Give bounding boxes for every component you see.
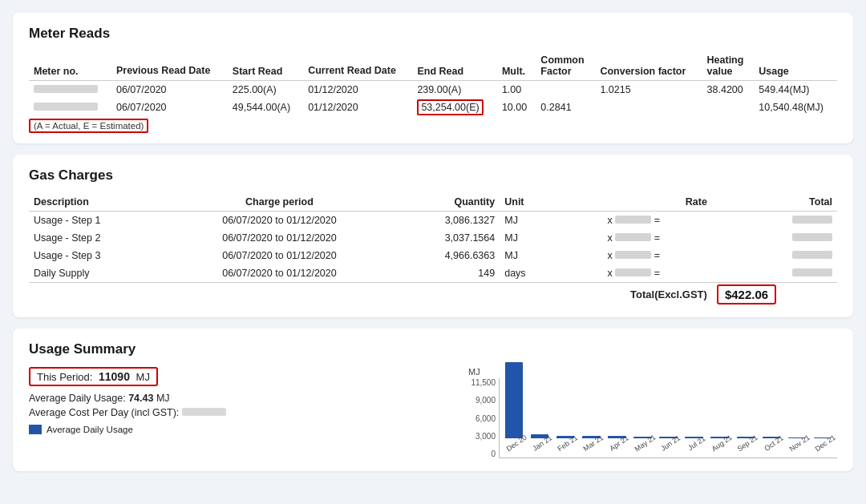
this-period-box: This Period: 11090 MJ: [29, 367, 158, 386]
total-label: Total(Excl.GST): [556, 283, 712, 305]
bar-col-9: Sep 21: [733, 437, 759, 458]
conv-factor-2: [595, 99, 702, 116]
gc-desc-1: Usage - Step 2: [29, 229, 168, 247]
meter-no-2: [29, 99, 111, 116]
avg-daily-value: 74.43: [128, 393, 153, 404]
avg-cost-row: Average Cost Per Day (incl GST):: [29, 407, 444, 418]
bar-col-12: Dec 21: [810, 437, 836, 458]
col-current-read-date: Current Read Date: [303, 51, 412, 81]
chart-container: Dec 20Jan 21Feb 21Mar 21Apr 21May 21Jun …: [499, 378, 837, 458]
total-value: $422.06: [717, 284, 776, 304]
gc-row-0: Usage - Step 1 06/07/2020 to 01/12/2020 …: [29, 212, 837, 230]
bar-col-11: Nov 21: [784, 437, 810, 458]
col-conversion-factor: Conversion factor: [595, 51, 702, 81]
usage-summary-row: This Period: 11090 MJ Average Daily Usag…: [29, 367, 837, 458]
gc-qty-1: 3,037.1564: [391, 229, 500, 247]
bar-col-1: Jan 21: [527, 434, 552, 458]
meter-reads-table: Meter no. Previous Read Date Start Read …: [29, 51, 837, 116]
gc-rate-1: x =: [556, 229, 712, 247]
bar-0: [505, 362, 523, 438]
gc-unit-3: days: [500, 264, 556, 283]
gas-charges-card: Gas Charges Description Charge period Qu…: [13, 155, 853, 317]
end-read-2: 53,254.00(E): [412, 99, 497, 116]
gc-col-total: Total: [712, 193, 837, 212]
y-label: 6,000: [468, 414, 496, 423]
this-period-unit: MJ: [136, 371, 150, 383]
gc-col-unit: Unit: [500, 193, 556, 212]
gc-row-2: Usage - Step 3 06/07/2020 to 01/12/2020 …: [29, 247, 837, 264]
col-prev-read-date: Previous Read Date: [111, 51, 228, 81]
gas-charges-title: Gas Charges: [29, 167, 837, 183]
gc-unit-2: MJ: [500, 247, 556, 264]
y-label: 9,000: [468, 396, 496, 405]
gc-col-charge-period: Charge period: [168, 193, 392, 212]
usage-chart-panel: MJ 11,5009,0006,0003,0000 Dec 20Jan 21Fe…: [468, 367, 837, 458]
start-read-2: 49,544.00(A): [228, 99, 303, 116]
gc-total-0: [712, 212, 837, 230]
bar-col-0: Dec 20: [501, 362, 527, 458]
gc-qty-3: 149: [391, 264, 500, 283]
gc-row-3: Daily Supply 06/07/2020 to 01/12/2020 14…: [29, 264, 837, 283]
gc-desc-3: Daily Supply: [29, 264, 168, 283]
gc-rate-2: x =: [556, 247, 712, 264]
heating-value-1: 38.4200: [702, 81, 755, 99]
gc-col-description: Description: [29, 193, 168, 212]
gc-unit-0: MJ: [500, 212, 556, 230]
heating-value-2: [702, 99, 755, 116]
avg-daily-unit: MJ: [156, 393, 170, 404]
conv-factor-1: 1.0215: [595, 81, 702, 99]
mult-1: 1.00: [497, 81, 536, 99]
bar-col-4: Apr 21: [604, 436, 629, 458]
col-heating-value: Heatingvalue: [702, 51, 755, 81]
legend-label: Average Daily Usage: [47, 425, 133, 434]
legend-row: Average Daily Usage: [29, 425, 444, 434]
end-read-highlight: 53,254.00(E): [417, 99, 483, 115]
usage-2: 10,540.48(MJ): [754, 99, 837, 116]
meter-row-2: 06/07/2020 49,544.00(A) 01/12/2020 53,25…: [29, 99, 837, 116]
col-mult: Mult.: [497, 51, 536, 81]
gc-period-2: 06/07/2020 to 01/12/2020: [168, 247, 392, 264]
col-usage: Usage: [754, 51, 837, 81]
gc-period-0: 06/07/2020 to 01/12/2020: [168, 212, 392, 230]
meter-reads-title: Meter Reads: [29, 26, 837, 42]
total-row: Total(Excl.GST) $422.06: [29, 283, 837, 305]
common-factor-1: [536, 81, 595, 99]
y-label: 11,500: [468, 378, 496, 387]
total-value-cell: $422.06: [712, 283, 837, 305]
gc-total-3: [712, 264, 837, 283]
gc-col-quantity: Quantity: [391, 193, 500, 212]
gc-desc-0: Usage - Step 1: [29, 212, 168, 230]
usage-summary-card: Usage Summary This Period: 11090 MJ Aver…: [13, 329, 853, 471]
gc-qty-2: 4,966.6363: [391, 247, 500, 264]
gc-unit-1: MJ: [500, 229, 556, 247]
y-label: 3,000: [468, 432, 496, 441]
gc-rate-0: x =: [556, 212, 712, 230]
col-common-factor: CommonFactor: [536, 51, 595, 81]
mult-2: 10.00: [497, 99, 536, 116]
end-read-1: 239.00(A): [412, 81, 497, 99]
avg-cost-value-blur: [182, 408, 226, 416]
gc-desc-2: Usage - Step 3: [29, 247, 168, 264]
chart-with-axis: 11,5009,0006,0003,0000 Dec 20Jan 21Feb 2…: [468, 378, 837, 458]
y-axis: 11,5009,0006,0003,0000: [468, 378, 499, 458]
meter-no-1: [29, 81, 111, 99]
avg-cost-label: Average Cost Per Day (incl GST):: [29, 407, 179, 418]
bar-col-3: Mar 21: [578, 436, 604, 458]
meter-reads-card: Meter Reads Meter no. Previous Read Date…: [13, 13, 853, 143]
meter-note: (A = Actual, E = Estimated): [29, 121, 837, 131]
col-end-read: End Read: [412, 51, 497, 81]
legend-color-box: [29, 425, 42, 434]
note-box: (A = Actual, E = Estimated): [29, 119, 148, 133]
y-label: 0: [468, 450, 496, 458]
common-factor-2: 0.2841: [536, 99, 595, 116]
bar-col-5: May 21: [629, 437, 655, 458]
usage-summary-title: Usage Summary: [29, 341, 837, 357]
gas-charges-table: Description Charge period Quantity Unit …: [29, 193, 837, 304]
usage-left-panel: This Period: 11090 MJ Average Daily Usag…: [29, 367, 444, 434]
meter-row-1: 06/07/2020 225.00(A) 01/12/2020 239.00(A…: [29, 81, 837, 99]
this-period-value: 11090: [99, 370, 130, 383]
col-start-read: Start Read: [228, 51, 303, 81]
gc-rate-3: x =: [556, 264, 712, 283]
usage-1: 549.44(MJ): [754, 81, 837, 99]
bar-col-8: Aug 21: [707, 437, 733, 458]
